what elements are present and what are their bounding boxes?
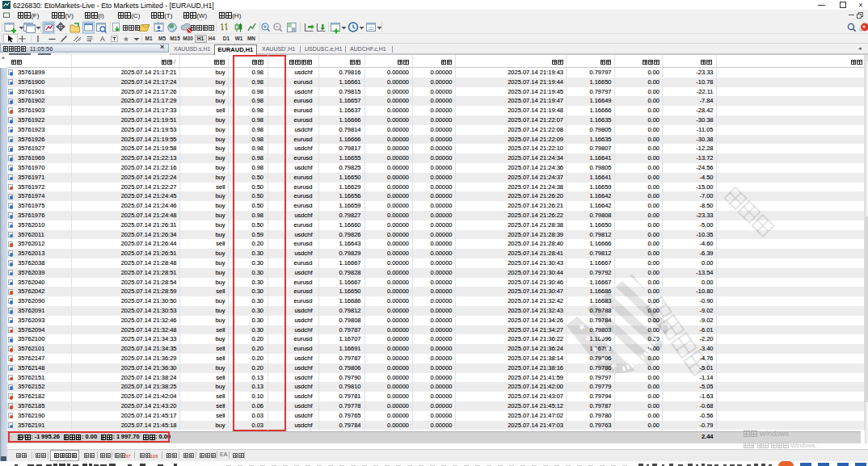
svg-text:A: A xyxy=(100,35,105,43)
